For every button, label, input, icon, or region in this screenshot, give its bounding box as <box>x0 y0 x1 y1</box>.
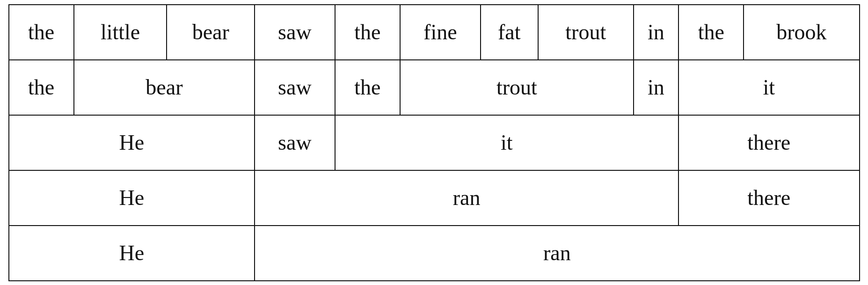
cell-r1c4: saw <box>255 5 335 60</box>
cell-r3c4: saw <box>255 115 335 170</box>
cell-r2c6: trout <box>400 60 634 115</box>
cell-r5c1: He <box>9 226 255 281</box>
cell-r1c1: the <box>9 5 74 60</box>
table-row: the little bear saw the fine fat trout i… <box>9 5 860 60</box>
cell-r4c4: ran <box>255 170 678 226</box>
cell-r4c10: there <box>678 170 859 226</box>
cell-r2c10: it <box>678 60 859 115</box>
table-row: the bear saw the trout in it <box>9 60 860 115</box>
cell-r4c1: He <box>9 170 255 226</box>
cell-r2c1: the <box>9 60 74 115</box>
table-row: He saw it there <box>9 115 860 170</box>
cell-r1c3: bear <box>167 5 255 60</box>
cell-r2c9: in <box>634 60 678 115</box>
cell-r3c10: there <box>678 115 859 170</box>
cell-r1c11: brook <box>744 5 859 60</box>
cell-r3c5: it <box>335 115 678 170</box>
table-row: He ran <box>9 226 860 281</box>
cell-r5c4: ran <box>255 226 859 281</box>
word-table: the little bear saw the fine fat trout i… <box>8 4 860 281</box>
table-row: He ran there <box>9 170 860 226</box>
cell-r1c6: fine <box>400 5 481 60</box>
cell-r2c2: bear <box>74 60 255 115</box>
cell-r1c5: the <box>335 5 400 60</box>
cell-r1c9: in <box>634 5 678 60</box>
cell-r1c2: little <box>74 5 167 60</box>
cell-r1c7: fat <box>481 5 538 60</box>
cell-r1c10: the <box>678 5 744 60</box>
cell-r2c4: saw <box>255 60 335 115</box>
cell-r3c1: He <box>9 115 255 170</box>
cell-r2c5: the <box>335 60 400 115</box>
main-wrapper: the little bear saw the fine fat trout i… <box>0 0 868 285</box>
cell-r1c8: trout <box>538 5 634 60</box>
